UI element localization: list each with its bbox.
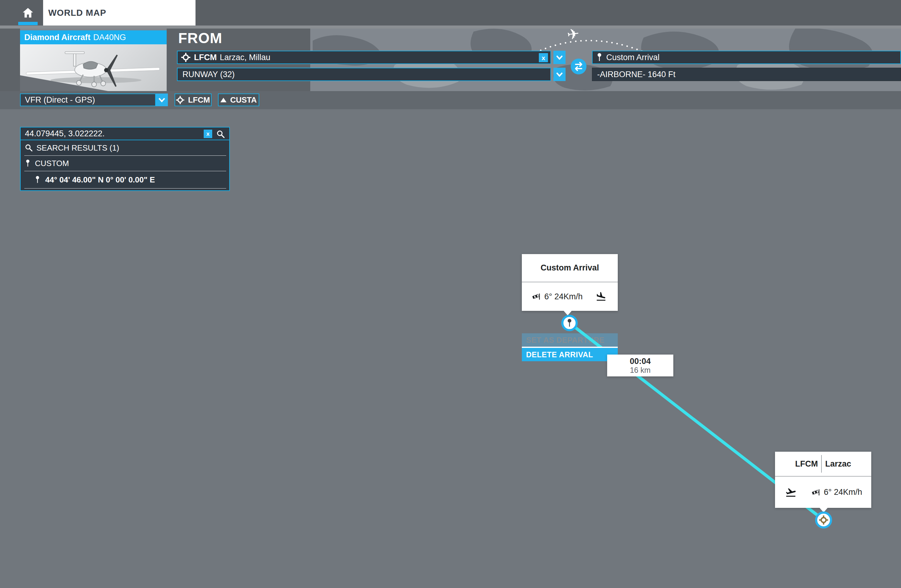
search-results-count: SEARCH RESULTS (1) <box>36 143 119 153</box>
chevron-down-icon <box>556 72 563 77</box>
search-query: 44.079445, 3.022222. <box>25 129 105 139</box>
pin-icon <box>35 175 40 184</box>
map-edge-shade <box>0 28 20 91</box>
arrival-waypoint-card[interactable]: Custom Arrival 6° 24Km/h <box>522 254 618 311</box>
search-input[interactable]: 44.079445, 3.022222. x <box>21 128 229 140</box>
flight-rules-dropdown-button[interactable] <box>156 94 168 106</box>
aircraft-card[interactable]: Diamond Aircraft DA40NG <box>20 30 167 91</box>
departure-dropdown-button[interactable] <box>553 51 566 64</box>
departure-wind-value: 6° 24Km/h <box>824 488 862 497</box>
arrival-card-title: Custom Arrival <box>522 254 618 282</box>
departure-airport-card[interactable]: LFCM Larzac 6° 24Km/h <box>775 452 871 508</box>
pin-icon <box>25 159 30 168</box>
menu-item-set-as-departure[interactable]: SET AS DEPARTURE <box>522 333 618 347</box>
title-divider <box>821 455 822 473</box>
departure-airport-field[interactable]: LFCM Larzac, Millau x <box>177 51 551 64</box>
world-map-screen: ✈ WORLD MAP Diamond Aircraft DA40NG <box>0 0 901 588</box>
arrival-wind-value: 6° 24Km/h <box>544 292 583 301</box>
arrival-value: Custom Arrival <box>606 53 659 62</box>
triangle-up-icon <box>220 98 226 102</box>
delete-arrival-label: DELETE ARRIVAL <box>526 350 593 359</box>
runway-dropdown-button[interactable] <box>553 68 566 81</box>
leg-time: 00:04 <box>630 357 650 366</box>
goto-arrival-button[interactable]: CUSTA <box>218 94 259 106</box>
takeoff-plane-icon <box>784 487 798 498</box>
airport-locator-icon <box>819 515 828 524</box>
landing-plane-icon <box>595 291 608 302</box>
tab-world-map[interactable]: WORLD MAP <box>43 0 195 25</box>
aircraft-model: DA40NG <box>93 33 126 42</box>
chevron-down-icon <box>159 98 165 102</box>
runway-select[interactable]: RUNWAY (32) <box>177 68 551 81</box>
flight-rules-value: VFR (Direct - GPS) <box>25 95 95 105</box>
result-group-label: CUSTOM <box>35 159 69 168</box>
aircraft-manufacturer: Diamond Aircraft <box>24 33 90 42</box>
departure-card-name: Larzac <box>825 459 851 469</box>
from-title: FROM <box>178 30 222 47</box>
airport-locator-icon <box>176 96 184 104</box>
pin-icon <box>597 53 602 62</box>
swap-endpoints-button[interactable] <box>571 59 586 74</box>
search-icon <box>25 144 33 152</box>
windsock-icon <box>532 292 541 301</box>
home-icon <box>22 8 33 18</box>
departure-card-code: LFCM <box>795 459 818 469</box>
airport-locator-icon <box>181 53 190 62</box>
result-coordinates-label: 44° 04' 46.00" N 0° 00' 0.00" E <box>45 175 155 184</box>
windsock-icon <box>812 488 821 497</box>
menu-item-delete-arrival[interactable]: DELETE ARRIVAL <box>522 348 618 361</box>
arrival-altitude-field[interactable]: -AIRBORNE- 1640 Ft <box>592 68 901 81</box>
wind-info: 6° 24Km/h <box>812 488 862 497</box>
leg-distance: 16 km <box>630 366 650 374</box>
result-coordinates[interactable]: 44° 04' 46.00" N 0° 00' 0.00" E <box>21 171 229 188</box>
custom-arrival-field[interactable]: Custom Arrival <box>592 51 901 64</box>
separator <box>24 188 226 189</box>
departure-card-title: LFCM Larzac <box>775 452 871 476</box>
aircraft-card-header: Diamond Aircraft DA40NG <box>20 30 167 44</box>
leg-info-box: 00:04 16 km <box>607 354 673 376</box>
arrival-waypoint-pin[interactable] <box>561 315 578 331</box>
goto-departure-label: LFCM <box>188 95 210 105</box>
goto-arrival-label: CUSTA <box>230 95 257 105</box>
tab-world-map-label: WORLD MAP <box>48 8 106 18</box>
clear-search-button[interactable]: x <box>204 129 212 138</box>
arrival-altitude-value: -AIRBORNE- 1640 Ft <box>597 70 675 79</box>
aircraft-photo <box>20 44 167 91</box>
departure-name: Larzac, Millau <box>220 53 270 62</box>
flight-rules-select[interactable]: VFR (Direct - GPS) <box>20 94 156 106</box>
departure-card-info: 6° 24Km/h <box>775 477 871 508</box>
chevron-down-icon <box>556 55 563 60</box>
search-icon[interactable] <box>217 130 225 139</box>
swap-arrows-icon <box>574 62 584 71</box>
search-results-header: SEARCH RESULTS (1) <box>21 140 229 155</box>
wind-info: 6° 24Km/h <box>532 292 583 301</box>
runway-value: RUNWAY (32) <box>182 70 235 79</box>
goto-departure-button[interactable]: LFCM <box>175 94 212 106</box>
home-tab-active-underline <box>18 22 37 25</box>
arrival-card-info: 6° 24Km/h <box>522 282 618 311</box>
result-group-custom[interactable]: CUSTOM <box>21 156 229 171</box>
departure-airport-marker[interactable] <box>815 512 832 529</box>
pin-icon <box>567 319 572 327</box>
search-panel: 44.079445, 3.022222. x SEARCH RESULTS (1… <box>20 127 230 191</box>
top-bar-divider <box>0 25 901 28</box>
clear-departure-button[interactable]: x <box>539 53 548 62</box>
departure-code: LFCM <box>194 53 217 62</box>
set-as-departure-label: SET AS DEPARTURE <box>526 336 605 345</box>
